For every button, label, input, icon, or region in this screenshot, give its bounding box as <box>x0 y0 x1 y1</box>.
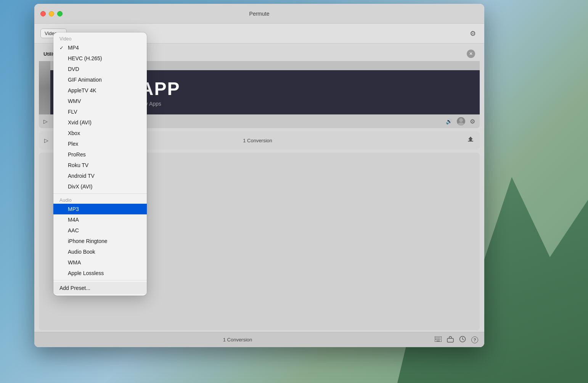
svg-point-3 <box>458 122 464 126</box>
menu-item-wmv[interactable]: WMV <box>53 96 147 106</box>
svg-point-2 <box>459 118 463 122</box>
menu-item-xbox-label: Xbox <box>68 130 80 136</box>
menu-item-gif[interactable]: GIF Animation <box>53 74 147 85</box>
svg-rect-14 <box>440 339 440 340</box>
menu-item-android-tv-label: Android TV <box>68 173 95 179</box>
controls-right: 🔊 ⚙ <box>446 117 475 126</box>
menu-item-dvd[interactable]: DVD <box>53 64 147 74</box>
menu-item-mp4-label: MP4 <box>68 45 79 51</box>
checkmark-icon: ✓ <box>59 45 66 51</box>
status-bar: 1 Conversion ? <box>34 332 484 347</box>
svg-rect-15 <box>437 341 440 341</box>
svg-rect-12 <box>437 339 438 340</box>
svg-rect-8 <box>437 338 438 338</box>
video-thumbnail-strip <box>39 61 50 114</box>
conversion-export-icon[interactable] <box>467 136 474 145</box>
menu-item-hevc[interactable]: HEVC (H.265) <box>53 53 147 64</box>
menu-item-flv-label: FLV <box>68 109 77 115</box>
volume-icon[interactable]: 🔊 <box>446 118 452 124</box>
menu-item-hevc-label: HEVC (H.265) <box>68 55 102 61</box>
menu-item-wma-label: WMA <box>68 259 81 266</box>
menu-item-prores[interactable]: ProRes <box>53 149 147 160</box>
bottom-status-label: 1 Conversion <box>40 337 435 343</box>
menu-item-mp3[interactable]: MP3 <box>53 204 147 214</box>
menu-item-apple-lossless-label: Apple Lossless <box>68 270 104 276</box>
menu-item-aac-label: AAC <box>68 227 79 233</box>
video-section-header: Video <box>53 34 147 42</box>
svg-rect-7 <box>435 338 436 338</box>
conversion-play-button[interactable]: ▷ <box>44 137 48 143</box>
svg-rect-10 <box>440 338 440 338</box>
svg-rect-13 <box>438 339 439 340</box>
menu-item-flv[interactable]: FLV <box>53 106 147 117</box>
svg-rect-16 <box>447 338 453 342</box>
menu-item-xbox[interactable]: Xbox <box>53 128 147 138</box>
menu-item-m4a-label: M4A <box>68 217 79 223</box>
menu-item-gif-label: GIF Animation <box>68 77 102 83</box>
settings-icon: ⚙ <box>470 29 476 38</box>
play-button[interactable]: ▷ <box>43 118 48 124</box>
help-icon[interactable]: ? <box>471 336 478 343</box>
menu-item-audio-book[interactable]: Audio Book <box>53 246 147 257</box>
title-bar: Permute <box>34 4 484 24</box>
traffic-lights <box>40 11 63 16</box>
history-icon[interactable] <box>459 336 466 344</box>
menu-item-mp3-label: MP3 <box>68 206 79 212</box>
menu-item-divx-label: DivX (AVI) <box>68 183 92 190</box>
menu-item-xvid[interactable]: Xvid (AVI) <box>53 117 147 128</box>
window-title: Permute <box>249 11 270 17</box>
menu-item-apple-lossless[interactable]: Apple Lossless <box>53 268 147 278</box>
menu-item-roku-label: Roku TV <box>68 162 88 168</box>
menu-item-roku[interactable]: Roku TV <box>53 160 147 171</box>
remove-item-button[interactable]: ✕ <box>467 50 475 58</box>
keyboard-icon[interactable] <box>435 336 442 343</box>
menu-item-appletv[interactable]: AppleTV 4K <box>53 85 147 96</box>
svg-marker-5 <box>468 137 473 141</box>
menu-item-plex[interactable]: Plex <box>53 138 147 149</box>
close-window-button[interactable] <box>40 11 46 16</box>
menu-item-android-tv[interactable]: Android TV <box>53 171 147 181</box>
menu-item-m4a[interactable]: M4A <box>53 214 147 225</box>
menu-divider-1 <box>53 193 147 194</box>
menu-item-wma[interactable]: WMA <box>53 257 147 268</box>
menu-item-iphone-ringtone-label: iPhone Ringtone <box>68 238 108 244</box>
status-icons: ? <box>435 336 478 344</box>
add-preset-label: Add Preset... <box>59 285 90 291</box>
menu-item-mp4[interactable]: ✓ MP4 <box>53 42 147 53</box>
menu-item-dvd-label: DVD <box>68 66 79 72</box>
menu-item-appletv-label: AppleTV 4K <box>68 87 96 93</box>
minimize-window-button[interactable] <box>49 11 54 16</box>
preview-avatar-icon <box>457 117 465 126</box>
menu-item-iphone-ringtone[interactable]: iPhone Ringtone <box>53 236 147 246</box>
menu-item-prores-label: ProRes <box>68 151 86 158</box>
add-preset-button[interactable]: Add Preset... <box>53 282 147 294</box>
menu-divider-2 <box>53 280 147 280</box>
menu-item-wmv-label: WMV <box>68 98 81 104</box>
menu-item-plex-label: Plex <box>68 141 78 147</box>
svg-rect-4 <box>468 141 473 142</box>
maximize-window-button[interactable] <box>57 11 63 16</box>
close-icon: ✕ <box>469 51 473 56</box>
svg-rect-11 <box>435 339 436 340</box>
menu-item-divx[interactable]: DivX (AVI) <box>53 181 147 192</box>
audio-section-header: Audio <box>53 195 147 204</box>
format-dropdown-menu: Video ✓ MP4 HEVC (H.265) DVD GIF Animati… <box>53 32 147 296</box>
menu-item-xvid-label: Xvid (AVI) <box>68 119 92 126</box>
item-settings-icon[interactable]: ⚙ <box>470 118 475 125</box>
svg-rect-9 <box>438 338 439 338</box>
export-batch-icon[interactable] <box>447 336 454 344</box>
settings-button[interactable]: ⚙ <box>468 28 478 39</box>
menu-item-audio-book-label: Audio Book <box>68 249 95 255</box>
menu-item-aac[interactable]: AAC <box>53 225 147 236</box>
